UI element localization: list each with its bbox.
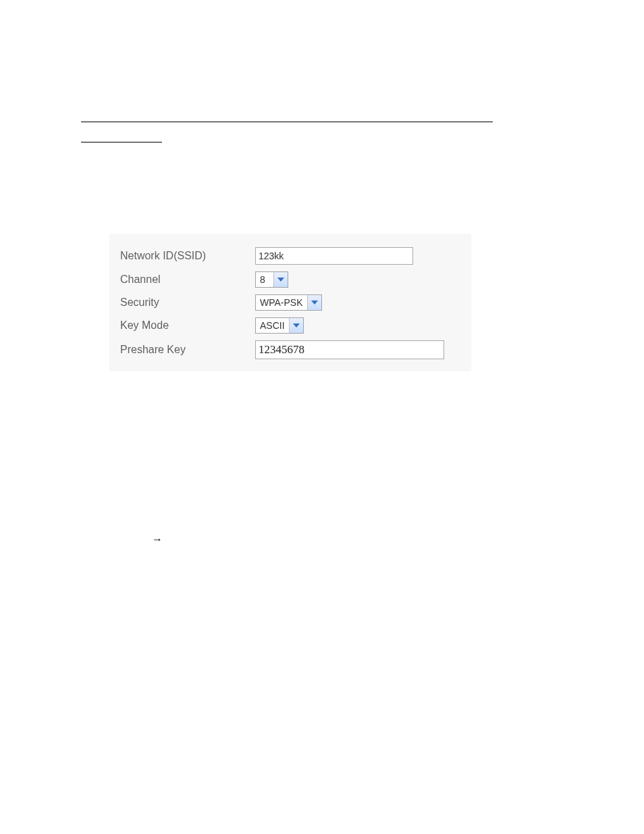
ssid-input[interactable] <box>255 247 413 265</box>
channel-select-value: 8 <box>256 272 273 287</box>
chevron-down-icon <box>273 272 288 287</box>
security-row: Security WPA-PSK <box>120 294 471 311</box>
horizontal-rule <box>81 122 493 122</box>
ssid-label: Network ID(SSID) <box>120 250 255 262</box>
chevron-down-icon <box>289 318 303 333</box>
channel-select[interactable]: 8 <box>255 271 288 288</box>
preshare-key-input[interactable] <box>255 340 444 359</box>
keymode-select[interactable]: ASCII <box>255 317 304 334</box>
channel-row: Channel 8 <box>120 271 471 288</box>
keymode-row: Key Mode ASCII <box>120 317 471 334</box>
keymode-select-value: ASCII <box>256 318 289 333</box>
security-select[interactable]: WPA-PSK <box>255 294 322 311</box>
chevron-down-icon <box>307 295 321 310</box>
arrow-right-icon: → <box>152 533 163 546</box>
preshare-row: Preshare Key <box>120 340 471 359</box>
horizontal-rule-short <box>81 142 162 142</box>
ssid-row: Network ID(SSID) <box>120 247 471 265</box>
security-select-value: WPA-PSK <box>256 295 307 310</box>
keymode-label: Key Mode <box>120 319 255 332</box>
wireless-settings-panel: Network ID(SSID) Channel 8 Security WPA-… <box>109 234 471 370</box>
channel-label: Channel <box>120 273 255 286</box>
preshare-label: Preshare Key <box>120 344 255 356</box>
security-label: Security <box>120 296 255 309</box>
